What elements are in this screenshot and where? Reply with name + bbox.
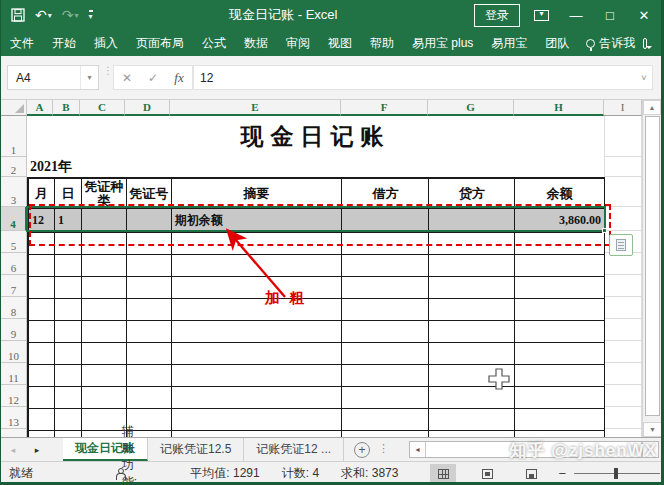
ribbon-tab-1[interactable]: 开始 [43,30,85,56]
scroll-up-icon[interactable]: ▲ [643,100,661,115]
data-cell-0[interactable]: 12 [29,209,55,233]
empty-cell[interactable] [127,299,172,321]
empty-cell[interactable] [29,321,55,343]
grid-cell-i[interactable] [604,363,642,385]
row-header-1[interactable]: 1 [1,116,27,157]
minimize-button[interactable]: — [559,0,593,30]
column-header-A[interactable]: A [27,100,53,116]
empty-cell[interactable] [82,233,127,255]
horizontal-scroll-thumb[interactable] [426,442,642,457]
horizontal-scrollbar[interactable]: ◂ ▸ [409,441,659,458]
insert-function-icon[interactable]: fx [166,70,192,86]
row-header-7[interactable]: 7 [1,275,27,297]
data-cell-6[interactable] [429,209,515,233]
empty-cell[interactable] [29,387,55,409]
ribbon-tab-0[interactable]: 文件 [1,30,43,56]
page-break-view-button[interactable] [518,464,544,484]
undo-button[interactable]: ↶▾ [35,7,52,23]
formula-bar-expand-icon[interactable]: ˅ [636,73,652,83]
grid-cell-i[interactable] [604,429,642,437]
grid-cell-i[interactable] [604,253,642,275]
row-header-6[interactable]: 6 [1,253,27,275]
data-cell-4[interactable]: 期初余额 [172,209,343,233]
header-cell-4[interactable]: 摘要 [172,179,343,209]
header-cell-2[interactable]: 凭证种类 [82,179,127,209]
row-header-9[interactable]: 9 [1,319,27,341]
namebox-dropdown-icon[interactable]: ▾ [80,66,98,89]
name-box[interactable]: A4 ▾ [7,65,99,90]
grid-cell-i[interactable] [604,275,642,297]
empty-cell[interactable] [515,387,605,409]
empty-cell[interactable] [172,409,343,431]
empty-cell[interactable] [29,365,55,387]
sheet-nav-right-icon[interactable]: ▸ [25,438,49,461]
empty-cell[interactable] [82,343,127,365]
empty-cell[interactable] [342,409,429,431]
empty-cell[interactable] [429,255,515,277]
paste-options-button[interactable] [609,234,633,256]
header-cell-3[interactable]: 凭证号 [127,179,172,209]
empty-cell[interactable] [172,387,343,409]
empty-cell[interactable] [55,233,82,255]
empty-cell[interactable] [127,233,172,255]
column-header-H[interactable]: H [514,100,604,116]
vertical-scroll-thumb[interactable] [645,116,660,416]
empty-cell[interactable] [515,233,605,255]
empty-cell[interactable] [429,233,515,255]
empty-cell[interactable] [429,409,515,431]
empty-cell[interactable] [342,343,429,365]
empty-cell[interactable] [55,299,82,321]
empty-cell[interactable] [127,343,172,365]
grid-cell-i[interactable] [604,116,642,157]
empty-cell[interactable] [429,387,515,409]
tell-me-tab[interactable]: 告诉我 [578,30,643,56]
empty-cell[interactable] [29,277,55,299]
grid-cell-i[interactable] [604,157,642,177]
empty-cell[interactable] [82,321,127,343]
column-header-B[interactable]: B [53,100,80,116]
ribbon-tab-9[interactable]: 易用宝 plus [403,30,482,56]
data-cell-7[interactable]: 3,860.00 [515,209,605,233]
empty-cell[interactable] [342,365,429,387]
empty-cell[interactable] [342,299,429,321]
save-icon[interactable] [11,8,25,22]
empty-cell[interactable] [342,277,429,299]
column-header-E[interactable]: E [170,100,341,116]
empty-cell[interactable] [82,299,127,321]
header-cell-1[interactable]: 日 [55,179,82,209]
empty-cell[interactable] [172,233,343,255]
row-header-4[interactable]: 4 [1,207,27,231]
grid-cell-i[interactable] [604,319,642,341]
empty-cell[interactable] [515,365,605,387]
empty-cell[interactable] [127,387,172,409]
zoom-slider[interactable] [574,473,660,474]
close-button[interactable]: ✕ [627,0,661,30]
empty-cell[interactable] [515,321,605,343]
sheet-more-icon[interactable]: ⋮ [378,442,389,461]
empty-cell[interactable] [82,255,127,277]
empty-cell[interactable] [342,387,429,409]
empty-cell[interactable] [55,409,82,431]
zoom-slider-thumb[interactable] [614,468,618,479]
empty-cell[interactable] [342,321,429,343]
sheet-tab-1[interactable]: 记账凭证12 ... [244,438,344,461]
redo-button[interactable]: ↷▾ [62,7,79,23]
ribbon-tab-5[interactable]: 数据 [235,30,277,56]
empty-cell[interactable] [127,365,172,387]
row-header-10[interactable]: 10 [1,341,27,363]
empty-cell[interactable] [29,233,55,255]
zoom-out-button[interactable]: − [558,466,566,481]
accessibility-status[interactable]: 辅助功能: 调查 [115,423,144,485]
empty-cell[interactable] [515,409,605,431]
empty-cell[interactable] [342,233,429,255]
scroll-down-icon[interactable]: ▼ [643,422,662,437]
empty-cell[interactable] [29,409,55,431]
empty-cell[interactable] [515,277,605,299]
grid-cell-i[interactable] [604,407,642,429]
page-layout-view-button[interactable] [474,464,500,484]
normal-view-button[interactable] [430,464,456,484]
row-header-8[interactable]: 8 [1,297,27,319]
ribbon-tab-8[interactable]: 帮助 [361,30,403,56]
empty-cell[interactable] [342,255,429,277]
ribbon-tab-10[interactable]: 易用宝 [482,30,536,56]
